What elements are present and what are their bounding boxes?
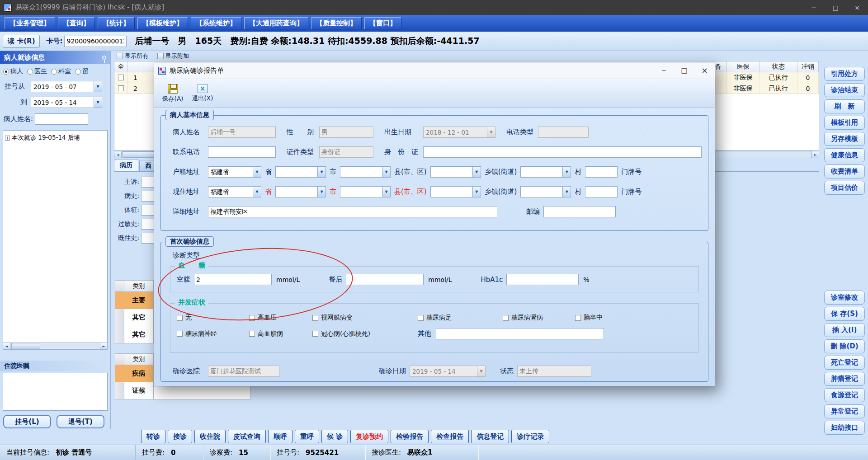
side-button[interactable]: 项目估价 [824,181,865,195]
current-province-combo[interactable]: 福建省▼ [208,186,261,197]
complication-option[interactable]: 高血压 [249,314,312,322]
bottom-toolbar-button[interactable]: 复诊预约 [350,430,388,443]
id-type-input[interactable] [319,146,373,158]
upload-status-input[interactable] [517,366,591,377]
visit-tree-item[interactable]: + 本次就诊 19-05-14 后埔 [3,131,107,145]
status-header[interactable]: 状态 [760,61,797,72]
hba1c-input[interactable] [506,274,579,285]
bottom-toolbar-button[interactable]: 重呼 [295,430,319,443]
contact-phone-input[interactable] [208,146,276,158]
window-close-button[interactable]: × [846,0,868,15]
table-toolbar-item[interactable]: 显示附加 [157,52,189,60]
bottom-toolbar-button[interactable]: 顺呼 [268,430,292,443]
patient-name-input[interactable] [208,127,276,138]
side-button[interactable]: 保 存(S) [824,307,865,321]
menu-item[interactable]: 【窗口】 [364,17,401,29]
city-combo-2[interactable]: ▼ [340,186,391,197]
register-button[interactable]: 挂号(L) [3,415,51,428]
town-combo-2[interactable]: ▼ [520,186,571,197]
radio-doctor[interactable]: 医生 [27,67,47,75]
insurance-header[interactable]: 医保 [727,61,760,72]
phone-type-input[interactable] [538,127,589,138]
bottom-toolbar-button[interactable]: 候 诊 [321,430,348,443]
tab-medical-record[interactable]: 病历 [114,159,138,171]
grid-category-header[interactable]: 类别 [124,353,154,365]
grid-category-header[interactable]: 类别 [124,280,154,292]
bottom-toolbar-button[interactable]: 转诊 [141,430,165,443]
scroll-left-icon[interactable]: ◄ [3,343,10,349]
bottom-toolbar-button[interactable]: 收住院 [194,430,226,443]
complication-option[interactable]: 视网膜病变 [312,314,418,322]
writeoff-header[interactable]: 冲销 [797,61,819,72]
radio-stay[interactable]: 留 [75,67,89,75]
side-button[interactable]: 诊室修改 [824,291,865,305]
menu-item[interactable]: 【查询】 [58,17,95,29]
bottom-toolbar-button[interactable]: 接诊 [168,430,192,443]
menu-item[interactable]: 【模板维护】 [137,17,188,29]
read-card-button[interactable]: 读 卡(R) [3,35,40,48]
bottom-toolbar-button[interactable]: 检查报告 [431,430,469,443]
table-toolbar-item[interactable]: 显示所有 [117,52,148,60]
dialog-minimize-button[interactable]: ─ [654,62,674,79]
fasting-glucose-input[interactable] [194,274,272,285]
side-button[interactable]: 删 除(D) [824,339,865,353]
city-combo[interactable]: ▼ [340,166,391,178]
complication-option[interactable]: 高血脂病 [249,330,312,338]
scroll-left-icon[interactable]: ◄ [114,151,122,158]
menu-item[interactable]: 【业务管理】 [5,17,55,29]
date-to-combo[interactable]: 2019 - 05 - 14▼ [31,97,102,108]
bottom-toolbar-button[interactable]: 皮试查询 [228,430,266,443]
radio-patient[interactable]: 病人 [3,67,23,75]
bottom-toolbar-button[interactable]: 检验报告 [391,430,429,443]
dialog-close-button[interactable]: × [694,62,715,79]
pin-icon[interactable] [102,56,106,60]
complication-option[interactable]: 冠心病(心肌梗死) [312,330,418,338]
window-minimize-button[interactable]: ─ [803,0,825,15]
postmeal-glucose-input[interactable] [346,274,424,285]
menu-item[interactable]: 【统计】 [98,17,135,29]
save-button[interactable]: 保存(A) [158,80,188,107]
county-combo[interactable]: ▼ [430,166,481,178]
scrollbar-thumb[interactable] [11,343,40,349]
side-button[interactable]: 健康信息 [824,148,865,162]
province-combo-2[interactable]: ▼ [275,186,326,197]
menu-item[interactable]: 【系统维护】 [191,17,241,29]
detail-address-input[interactable] [208,206,497,217]
complication-option[interactable]: 无 [177,314,249,322]
confirm-date-combo[interactable]: 2019 - 05 - 14▼ [410,366,486,377]
row-checkbox[interactable] [118,75,124,80]
village-input[interactable] [585,166,618,178]
scroll-right-icon[interactable]: ► [100,343,107,349]
unregister-button[interactable]: 退号(T) [57,415,104,428]
select-all-header[interactable]: 全 [114,61,128,72]
bottom-toolbar-button[interactable]: 信息登记 [471,430,509,443]
side-button[interactable]: 插 入(I) [824,323,865,337]
bottom-toolbar-button[interactable]: 诊疗记录 [511,430,549,443]
village-input-2[interactable] [585,186,618,197]
hukou-province-combo[interactable]: 福建省▼ [208,166,261,178]
scroll-right-icon[interactable]: ► [811,151,819,158]
side-button[interactable]: 肿瘤登记 [824,372,865,386]
menu-item[interactable]: 【质量控制】 [311,17,362,29]
complication-option[interactable]: 糖尿病足 [418,314,503,322]
side-button[interactable]: 引用处方 [824,67,865,81]
side-button[interactable]: 诊治结束 [824,83,865,97]
side-button[interactable]: 死亡登记 [824,356,865,370]
window-maximize-button[interactable]: □ [825,0,846,15]
side-button[interactable]: 收费清单 [824,164,865,178]
date-from-combo[interactable]: 2019 - 05 - 07▼ [31,81,102,92]
town-combo[interactable]: ▼ [520,166,571,178]
side-button[interactable]: 另存模板 [824,132,865,146]
zip-input[interactable] [543,206,616,217]
side-button[interactable]: 模板引用 [824,116,865,130]
id-number-input[interactable] [423,146,702,158]
other-complication-input[interactable] [436,328,604,339]
dialog-maximize-button[interactable]: □ [674,62,694,79]
row-checkbox[interactable] [118,85,124,91]
complication-option[interactable]: 糖尿病肾病 [503,314,575,322]
complication-option[interactable]: 糖尿病神经 [177,330,249,338]
menu-item[interactable]: 【大通用药查询】 [244,17,308,29]
side-button[interactable]: 食源登记 [824,388,865,402]
dialog-titlebar[interactable]: 糖尿病确诊报告单 ─ □ × [154,62,715,79]
radio-department[interactable]: 科室 [51,67,71,75]
